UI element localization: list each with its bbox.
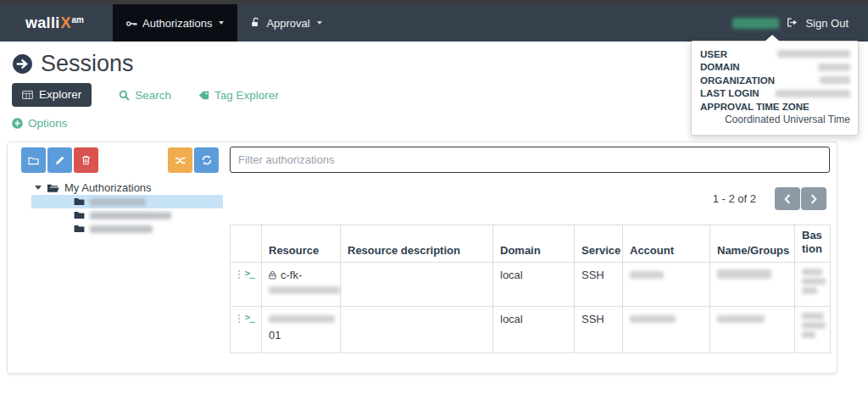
- redacted-resource-name: [269, 315, 335, 323]
- pagination: 1 - 2 of 2: [713, 187, 826, 210]
- authorizations-tree: My Authorizations: [25, 180, 223, 236]
- redacted-bastion: [802, 313, 824, 319]
- nav-menu: Authorizations Approval: [113, 4, 336, 42]
- terminal-session-icon[interactable]: >_: [245, 269, 254, 278]
- popover-row-domain: DOMAIN: [700, 61, 850, 75]
- redacted-last-login-value: [776, 90, 850, 97]
- bastion-cell: [795, 262, 831, 306]
- last-login-label: LAST LOGIN: [700, 88, 760, 98]
- session-action-toolbar: [168, 147, 219, 173]
- page-heading: Sessions: [12, 51, 134, 77]
- wallix-am-logo[interactable]: walli X am: [25, 4, 84, 42]
- tree-item-selected[interactable]: [31, 195, 223, 208]
- logo-text-am: am: [72, 15, 84, 25]
- tag-icon: [198, 91, 209, 100]
- sign-out-link[interactable]: Sign Out: [805, 17, 849, 30]
- row-handle-cell: >_: [231, 262, 262, 306]
- username-redacted[interactable]: [732, 18, 779, 29]
- table-row: >_ c-fk- local SSH: [231, 262, 831, 306]
- tab-search-label: Search: [135, 89, 171, 102]
- table-header-row: Resource Resource description Domain Ser…: [231, 225, 831, 263]
- shuffle-button[interactable]: [168, 147, 192, 173]
- column-header-handle: [231, 225, 262, 263]
- resource-description-cell: [341, 262, 493, 306]
- unlock-icon: [251, 17, 261, 30]
- chevron-left-icon: [784, 194, 791, 204]
- nav-item-label: Authorizations: [142, 17, 212, 30]
- nav-item-authorizations[interactable]: Authorizations: [113, 4, 237, 42]
- column-header-account: Account: [623, 225, 710, 263]
- filter-authorizations-input[interactable]: [230, 147, 830, 173]
- caret-expanded-icon: [35, 186, 42, 190]
- resource-name-suffix: 01: [269, 329, 333, 341]
- app-window: walli X am Authorizations Approval: [0, 0, 868, 405]
- previous-page-button[interactable]: [775, 187, 800, 210]
- organization-label: ORGANIZATION: [700, 75, 775, 86]
- popover-row-approval-tz: APPROVAL TIME ZONE: [700, 100, 850, 114]
- approval-time-zone-value: Coordinated Universal Time: [700, 114, 850, 127]
- chevron-right-icon: [810, 194, 817, 204]
- redacted-user-value: [777, 50, 850, 58]
- explorer-panel: My Authorizations: [7, 141, 837, 374]
- terminal-session-icon[interactable]: >_: [245, 313, 254, 322]
- resource-cell: 01: [262, 306, 341, 352]
- redacted-account: [630, 271, 664, 279]
- redacted-bastion: [802, 287, 817, 294]
- popover-row-last-login: LAST LOGIN: [700, 87, 850, 101]
- row-handle-cell: >_: [231, 306, 262, 352]
- column-header-resource-description: Resource description: [341, 225, 493, 263]
- redacted-bastion: [802, 278, 826, 285]
- domain-cell: local: [493, 306, 575, 352]
- resource-name: c-fk-: [281, 269, 302, 281]
- redacted-bastion: [802, 331, 815, 338]
- caret-down-icon: [317, 21, 322, 25]
- new-folder-button[interactable]: [21, 147, 46, 173]
- user-label: USER: [700, 49, 727, 59]
- lock-icon: [269, 270, 276, 280]
- authorizations-table: Resource Resource description Domain Ser…: [230, 225, 831, 353]
- page-title: Sessions: [41, 51, 134, 77]
- domain-label: DOMAIN: [700, 62, 740, 72]
- next-page-button[interactable]: [801, 187, 826, 210]
- folder-icon: [74, 225, 85, 233]
- tab-explorer-label: Explorer: [39, 88, 81, 101]
- redacted-name-groups: [717, 269, 771, 279]
- tab-tag-explorer[interactable]: Tag Explorer: [198, 89, 279, 102]
- redacted-bastion: [802, 322, 826, 329]
- tree-action-toolbar: [21, 147, 98, 173]
- domain-cell: local: [493, 262, 575, 306]
- nav-user-area: Sign Out: [732, 4, 849, 42]
- drag-handle-icon[interactable]: [237, 313, 241, 323]
- tree-item[interactable]: [31, 222, 223, 236]
- options-toggle[interactable]: Options: [12, 117, 68, 130]
- column-header-name-groups: Name/Groups: [710, 225, 795, 263]
- table-icon: [22, 91, 33, 99]
- tree-root-my-authorizations[interactable]: My Authorizations: [25, 180, 223, 195]
- drag-handle-icon[interactable]: [237, 269, 241, 279]
- nav-item-label: Approval: [266, 17, 309, 30]
- nav-item-approval[interactable]: Approval: [237, 4, 335, 42]
- folder-icon: [28, 156, 39, 165]
- shuffle-icon: [175, 156, 186, 165]
- key-icon: [126, 17, 137, 30]
- tree-item[interactable]: [31, 208, 223, 222]
- tab-explorer[interactable]: Explorer: [12, 83, 92, 107]
- redacted-organization-value: [820, 76, 850, 84]
- bastion-cell: [795, 306, 831, 352]
- options-label: Options: [28, 117, 68, 130]
- tree-root-label: My Authorizations: [64, 181, 152, 194]
- column-header-domain: Domain: [493, 225, 575, 263]
- redacted-folder-name: [90, 212, 171, 219]
- trash-icon: [81, 155, 91, 165]
- sign-out-icon: [787, 17, 798, 30]
- delete-button[interactable]: [74, 147, 98, 173]
- refresh-button[interactable]: [194, 147, 219, 173]
- tab-search[interactable]: Search: [119, 89, 171, 102]
- redacted-domain-value: [818, 64, 850, 71]
- redacted-folder-name: [90, 225, 153, 233]
- approval-time-zone-label: APPROVAL TIME ZONE: [700, 102, 810, 112]
- logo-text-x: X: [61, 14, 71, 32]
- search-icon: [119, 90, 130, 101]
- edit-button[interactable]: [47, 147, 72, 173]
- redacted-resource-name: [269, 286, 340, 294]
